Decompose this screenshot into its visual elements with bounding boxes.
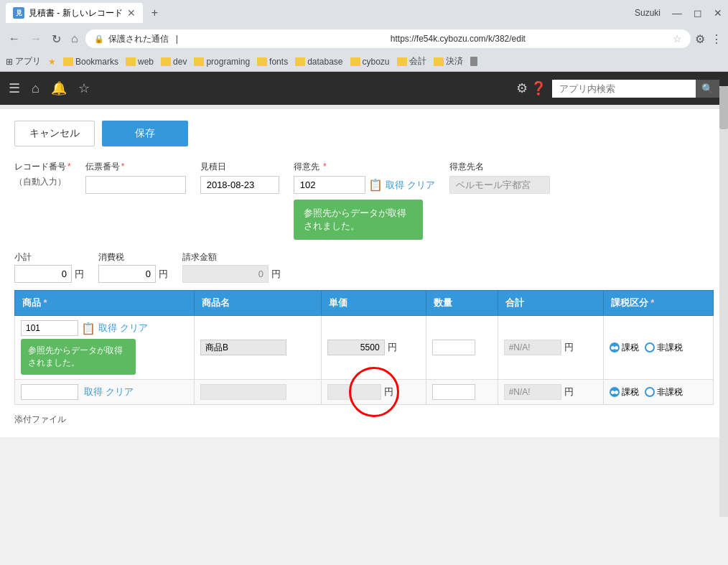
product-code-input-2[interactable] bbox=[21, 384, 78, 400]
app-search-input[interactable] bbox=[552, 80, 696, 98]
product-name-cell-1 bbox=[195, 316, 322, 380]
customer-get-button[interactable]: 取得 bbox=[386, 179, 404, 192]
scrollbar-thumb[interactable] bbox=[719, 86, 728, 129]
bookmark-label-accounting: 会計 bbox=[409, 55, 426, 67]
customer-name-field: 得意先名 bbox=[449, 161, 550, 194]
bookmark-label-fonts: fonts bbox=[269, 57, 288, 67]
quantity-input-1[interactable] bbox=[432, 340, 475, 355]
apps-grid-icon: ⊞ bbox=[6, 57, 13, 67]
hamburger-menu-icon[interactable]: ☰ bbox=[9, 80, 20, 96]
help-icon[interactable]: ❓ bbox=[531, 80, 546, 96]
product-get-btn-1[interactable]: 取得 bbox=[98, 322, 117, 335]
product-tooltip-1: 参照先からデータが取得されました。 bbox=[21, 339, 136, 375]
product-name-input-1[interactable] bbox=[200, 340, 286, 355]
unit-price-input-1[interactable] bbox=[327, 340, 385, 355]
settings-icon[interactable]: ⚙ bbox=[516, 80, 528, 96]
bookmark-label-payment: 決済 bbox=[446, 55, 463, 67]
bookmark-doc[interactable] bbox=[470, 57, 477, 66]
tab-icon: 見 bbox=[13, 7, 24, 19]
scrollbar[interactable] bbox=[719, 86, 728, 517]
forward-button[interactable]: → bbox=[27, 31, 45, 47]
bookmark-label-programing: programing bbox=[206, 57, 250, 67]
save-button[interactable]: 保存 bbox=[102, 121, 188, 146]
record-no-auto: （自動入力） bbox=[14, 176, 71, 188]
bookmark-payment[interactable]: 決済 bbox=[434, 55, 463, 67]
radio-dot-taxable-1 bbox=[610, 342, 620, 352]
customer-code-input[interactable] bbox=[294, 176, 365, 194]
radio-nontaxable-1[interactable]: 非課税 bbox=[645, 342, 683, 354]
apps-label: アプリ bbox=[15, 55, 41, 67]
customer-label: 得意先 * bbox=[294, 161, 435, 173]
url-display: 保護された通信 | bbox=[108, 33, 386, 45]
browser-tab[interactable]: 見 見積書 - 新しいレコード ✕ bbox=[6, 3, 143, 23]
product-get-btn-2[interactable]: 取得 bbox=[84, 386, 103, 398]
customer-edit-icon[interactable]: 📋 bbox=[368, 178, 383, 192]
bookmark-fonts[interactable]: fonts bbox=[257, 57, 288, 67]
total-cell-1: 円 bbox=[498, 316, 603, 380]
restore-button[interactable]: ◻ bbox=[694, 7, 702, 19]
product-code-input-1[interactable] bbox=[21, 320, 78, 336]
table-row: 取得 クリア 円 bbox=[15, 380, 714, 405]
col-total: 合計 bbox=[498, 291, 603, 316]
radio-taxable-1[interactable]: 課税 bbox=[610, 342, 639, 354]
bookmark-cybozu[interactable]: cybozu bbox=[350, 57, 390, 67]
customer-name-label: 得意先名 bbox=[449, 161, 550, 173]
customer-tooltip: 参照先からデータが取得されました。 bbox=[294, 200, 423, 240]
unit-price-input-2[interactable] bbox=[327, 384, 381, 400]
menu-icon[interactable]: ⋮ bbox=[711, 32, 722, 46]
quantity-input-2[interactable] bbox=[432, 384, 475, 400]
radio-nontaxable-2[interactable]: 非課税 bbox=[645, 386, 683, 398]
new-tab-button[interactable]: + bbox=[146, 4, 164, 22]
product-name-input-2[interactable] bbox=[200, 384, 286, 400]
action-bar: キャンセル 保存 bbox=[14, 121, 714, 146]
back-button[interactable]: ← bbox=[6, 31, 23, 47]
radio-taxable-2[interactable]: 課税 bbox=[610, 386, 639, 398]
radio-dot-nontaxable-1 bbox=[645, 342, 655, 352]
bookmark-label-web: web bbox=[138, 57, 154, 67]
bell-icon[interactable]: 🔔 bbox=[51, 80, 67, 96]
reload-button[interactable]: ↻ bbox=[49, 31, 64, 47]
subtotal-input-row: 円 bbox=[14, 265, 84, 283]
home-nav-icon[interactable]: ⌂ bbox=[32, 81, 39, 96]
tax-input[interactable] bbox=[98, 265, 156, 283]
bookmark-programing[interactable]: programing bbox=[194, 57, 250, 67]
star-nav-icon[interactable]: ☆ bbox=[78, 80, 90, 96]
minimize-button[interactable]: — bbox=[672, 7, 682, 19]
cancel-button[interactable]: キャンセル bbox=[14, 121, 95, 146]
bookmark-bookmarks[interactable]: Bookmarks bbox=[63, 57, 118, 67]
product-clear-btn-2[interactable]: クリア bbox=[106, 386, 134, 398]
home-button[interactable]: ⌂ bbox=[68, 31, 81, 47]
extensions-icon[interactable]: ⚙ bbox=[695, 32, 705, 46]
attachment-label: 添付ファイル bbox=[14, 414, 66, 424]
bookmark-database[interactable]: database bbox=[295, 57, 342, 67]
apps-bookmark[interactable]: ⊞ アプリ bbox=[6, 55, 41, 67]
bookmark-star-icon[interactable]: ☆ bbox=[673, 33, 682, 45]
tab-title: 見積書 - 新しいレコード bbox=[29, 7, 123, 19]
col-unit-price: 単価 bbox=[321, 291, 426, 316]
tab-close-btn[interactable]: ✕ bbox=[127, 7, 136, 19]
tax-group: 消費税 円 bbox=[98, 251, 168, 283]
quantity-cell-1 bbox=[426, 316, 498, 380]
product-clear-btn-1[interactable]: クリア bbox=[120, 322, 148, 335]
record-no-label: レコード番号* bbox=[14, 161, 71, 173]
total-input-2 bbox=[504, 384, 561, 400]
customer-clear-button[interactable]: クリア bbox=[407, 179, 435, 192]
main-content: キャンセル 保存 レコード番号* （自動入力） 伝票番号* 見積日 得意先 * bbox=[0, 109, 728, 437]
url-value[interactable]: https://fe54k.cybozu.com/k/382/edit bbox=[391, 34, 668, 44]
app-search-button[interactable]: 🔍 bbox=[696, 80, 719, 98]
subtotal-input[interactable] bbox=[14, 265, 72, 283]
bookmark-web[interactable]: web bbox=[126, 57, 154, 67]
product-name-cell-2 bbox=[195, 380, 322, 405]
product-edit-icon-1[interactable]: 📋 bbox=[81, 322, 95, 335]
col-product-name: 商品名 bbox=[195, 291, 322, 316]
customer-field: 得意先 * 📋 取得 クリア 参照先からデータが取得されました。 bbox=[294, 161, 435, 240]
subtotal-group: 小計 円 bbox=[14, 251, 84, 283]
bookmark-dev[interactable]: dev bbox=[161, 57, 187, 67]
col-tax-type: 課税区分 * bbox=[603, 291, 713, 316]
bookmark-label-dev: dev bbox=[173, 57, 187, 67]
bookmark-accounting[interactable]: 会計 bbox=[397, 55, 426, 67]
estimate-date-input[interactable] bbox=[200, 176, 279, 194]
address-bar-container: 🔒 保護された通信 | https://fe54k.cybozu.com/k/3… bbox=[85, 29, 691, 48]
slip-no-input[interactable] bbox=[85, 176, 186, 194]
close-button[interactable]: ✕ bbox=[714, 7, 722, 19]
